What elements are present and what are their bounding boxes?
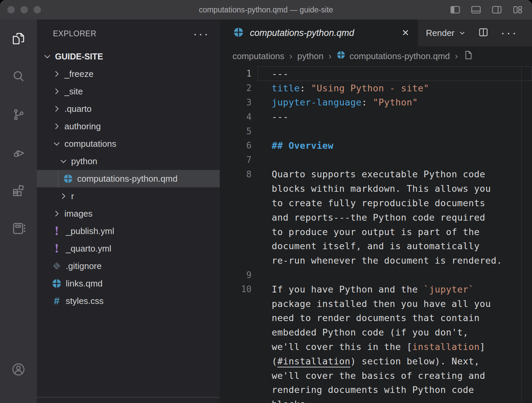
chevron-right-icon[interactable] bbox=[51, 208, 62, 219]
split-editor-icon[interactable] bbox=[477, 26, 489, 40]
breadcrumb-separator: › bbox=[455, 51, 458, 61]
code-line-row[interactable]: blocks. bbox=[220, 397, 532, 403]
code-line-row[interactable]: 1--- bbox=[220, 66, 532, 81]
run-debug-icon[interactable] bbox=[11, 145, 26, 160]
code-line-row[interactable]: 2title: "Using Python - site" bbox=[220, 81, 532, 95]
tree-section-guide-site[interactable]: GUIDE-SITE bbox=[37, 48, 220, 65]
code-line-row[interactable]: 4--- bbox=[220, 109, 532, 124]
vscode-window: computations-python.qmd — guide-site bbox=[0, 0, 532, 403]
code-line-row[interactable]: 10If you have Python and the `jupyter` bbox=[220, 282, 532, 297]
line-number[interactable]: 6 bbox=[220, 140, 252, 150]
tree-item-label: styles.css bbox=[66, 296, 104, 306]
account-icon[interactable] bbox=[11, 362, 26, 377]
code-line-row[interactable]: package installed then you have all you bbox=[220, 297, 532, 311]
code-line-row[interactable]: rendering documents with Python code bbox=[220, 383, 532, 397]
tree-item--publish-yml[interactable]: !_publish.yml bbox=[37, 222, 220, 240]
tree-item-styles-css[interactable]: #styles.css bbox=[37, 292, 220, 310]
outline-section[interactable]: OUTLINE bbox=[37, 397, 220, 403]
code-text: --- bbox=[252, 69, 288, 79]
code-text: blocks. bbox=[252, 399, 311, 403]
file-tree: _freeze_site.quartoauthoringcomputations… bbox=[37, 65, 220, 310]
breadcrumbs: computations›python› computations-python… bbox=[220, 46, 532, 66]
code-line-row[interactable]: we'll cover this in the [installation] bbox=[220, 340, 532, 354]
tree-item--gitignore[interactable]: .gitignore bbox=[37, 257, 220, 275]
toggle-secondary-sidebar-icon[interactable] bbox=[491, 4, 502, 15]
tab-computations-python[interactable]: computations-python.qmd ✕ bbox=[220, 19, 418, 46]
code-text: If you have Python and the `jupyter` bbox=[252, 284, 474, 295]
tree-item-links-qmd[interactable]: links.qmd bbox=[37, 275, 220, 292]
explorer-sidebar: EXPLORER ··· GUIDE-SITE _freeze_site.qua… bbox=[37, 19, 220, 403]
explorer-icon[interactable] bbox=[11, 31, 26, 46]
tree-item-images[interactable]: images bbox=[37, 205, 220, 222]
breadcrumb-item-python[interactable]: python bbox=[297, 51, 323, 61]
extensions-icon[interactable] bbox=[11, 183, 26, 198]
chevron-right-icon[interactable] bbox=[58, 190, 69, 202]
line-number[interactable]: 4 bbox=[220, 112, 252, 122]
code-line-row[interactable]: document itself, and is automatically bbox=[220, 239, 532, 254]
code-text: package installed then you have all you bbox=[252, 299, 491, 309]
tree-item-r[interactable]: r bbox=[37, 187, 220, 205]
toggle-primary-sidebar-icon[interactable] bbox=[449, 4, 461, 15]
chevron-right-icon[interactable] bbox=[51, 68, 62, 80]
code-line-row[interactable]: and reports---the Python code required bbox=[220, 210, 532, 225]
breadcrumb-item-computations[interactable]: computations bbox=[232, 51, 284, 61]
tree-item-computations[interactable]: computations bbox=[37, 135, 220, 152]
code-line-row[interactable]: 9 bbox=[220, 268, 532, 282]
code-line-row[interactable]: blocks within markdown. This allows you bbox=[220, 181, 532, 196]
render-button[interactable]: Render bbox=[426, 28, 466, 38]
tree-item--quarto[interactable]: .quarto bbox=[37, 100, 220, 118]
tab-label: computations-python.qmd bbox=[250, 28, 354, 38]
tree-item-computations-python-qmd[interactable]: computations-python.qmd bbox=[37, 170, 220, 187]
line-number[interactable]: 5 bbox=[220, 126, 252, 136]
quarto-file-icon bbox=[51, 278, 62, 289]
chevron-right-icon[interactable] bbox=[51, 103, 62, 115]
chevron-down-icon bbox=[459, 29, 466, 37]
code-line-row[interactable]: 8Quarto supports executable Python code bbox=[220, 167, 532, 182]
yaml-file-icon: ! bbox=[51, 243, 62, 254]
code-line-row[interactable]: need to render documents that contain bbox=[220, 311, 532, 325]
code-text: we'll cover this in the [installation] bbox=[252, 342, 485, 352]
tree-item-label: images bbox=[64, 209, 93, 219]
search-icon[interactable] bbox=[11, 69, 26, 84]
line-number[interactable]: 9 bbox=[220, 270, 252, 280]
line-number[interactable]: 8 bbox=[220, 169, 252, 179]
chevron-right-icon[interactable] bbox=[51, 86, 62, 97]
code-line-row[interactable]: (#installation) section below). Next, bbox=[220, 354, 532, 368]
line-number[interactable]: 3 bbox=[220, 97, 252, 107]
code-line-row[interactable]: 3jupyter-language: "Python" bbox=[220, 95, 532, 110]
source-control-icon[interactable] bbox=[11, 107, 26, 122]
line-number[interactable]: 7 bbox=[220, 155, 252, 165]
code-line-row[interactable]: 6## Overview bbox=[220, 138, 532, 153]
toggle-panel-icon[interactable] bbox=[470, 4, 482, 15]
breadcrumb-item-computations-python-qmd[interactable]: computations-python.qmd bbox=[336, 50, 450, 62]
code-editor[interactable]: 1---2title: "Using Python - site"3jupyte… bbox=[220, 66, 532, 403]
chevron-down-icon[interactable] bbox=[51, 138, 62, 149]
tree-item-label: computations bbox=[64, 139, 116, 149]
notebook-icon[interactable] bbox=[11, 221, 26, 236]
code-line-row[interactable]: to create fully reproducible documents bbox=[220, 196, 532, 210]
code-line-row[interactable]: to produce your output is part of the bbox=[220, 225, 532, 239]
tree-item-authoring[interactable]: authoring bbox=[37, 118, 220, 135]
tree-item--site[interactable]: _site bbox=[37, 83, 220, 100]
chevron-down-icon bbox=[42, 51, 53, 62]
breadcrumb-item-file-symbol[interactable] bbox=[463, 50, 474, 63]
code-line-row[interactable]: 5 bbox=[220, 124, 532, 138]
line-number[interactable]: 10 bbox=[220, 284, 252, 294]
chevron-right-icon[interactable] bbox=[51, 121, 62, 132]
customize-layout-icon[interactable] bbox=[512, 4, 523, 15]
tree-item--quarto-yml[interactable]: !_quarto.yml bbox=[37, 240, 220, 257]
code-text: we'll cover the basics of creating and bbox=[252, 370, 485, 381]
line-number[interactable]: 1 bbox=[220, 69, 252, 79]
code-line-row[interactable]: 7 bbox=[220, 153, 532, 167]
tree-item-label: .quarto bbox=[64, 104, 92, 114]
editor-group: computations-python.qmd ✕ Render ··· com… bbox=[220, 19, 532, 403]
code-line-row[interactable]: we'll cover the basics of creating and bbox=[220, 368, 532, 383]
code-line-row[interactable]: embedded Python code (if you don't, bbox=[220, 325, 532, 340]
breadcrumb-label: python bbox=[297, 51, 323, 61]
tree-item-python[interactable]: python bbox=[37, 152, 220, 170]
tree-item--freeze[interactable]: _freeze bbox=[37, 65, 220, 83]
chevron-down-icon[interactable] bbox=[58, 155, 69, 167]
line-number[interactable]: 2 bbox=[220, 83, 252, 93]
code-line-row[interactable]: re-run whenever the document is rendered… bbox=[220, 253, 532, 268]
close-tab-icon[interactable]: ✕ bbox=[402, 28, 409, 38]
